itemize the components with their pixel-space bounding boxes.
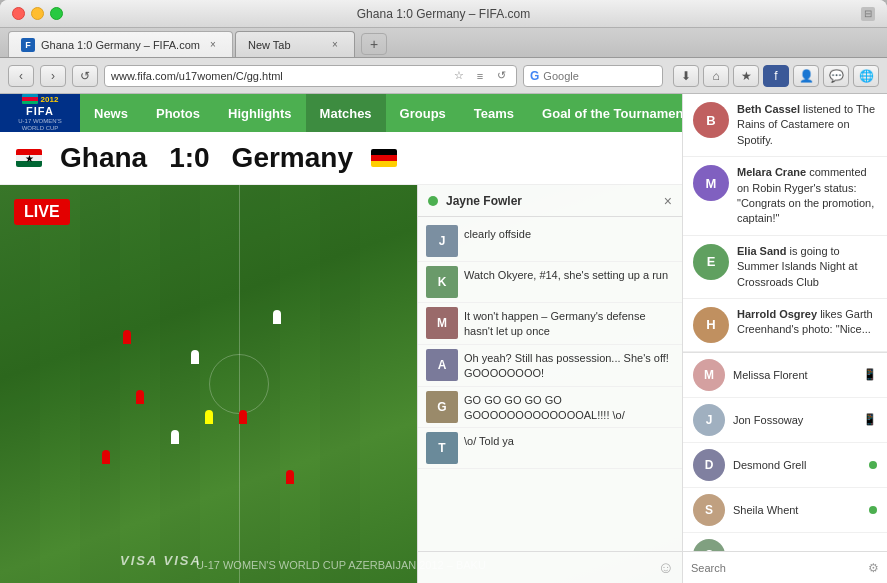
player-2 [136, 390, 144, 404]
chat-msg-text-5: GO GO GO GO GO GOOOOOOOOOOOOOAL!!!! \o/ [464, 391, 674, 424]
nav-news[interactable]: News [80, 94, 142, 132]
tab-bar: F Ghana 1:0 Germany – FIFA.com × New Tab… [0, 28, 887, 58]
nav-teams[interactable]: Teams [460, 94, 528, 132]
social-icon-chat[interactable]: 💬 [823, 65, 849, 87]
nav-goal-tournament[interactable]: Goal of the Tournament [528, 94, 682, 132]
download-icon[interactable]: ⬇ [673, 65, 699, 87]
chat-header: Jayne Fowler × [418, 185, 682, 217]
video-area: LIVE U-17 WOMEN'S WORLD CUP AZERBAIJAN 2… [0, 185, 682, 583]
bookmark-icon[interactable]: ☆ [450, 67, 468, 85]
url-text: www.fifa.com/u17women/C/gg.html [111, 70, 283, 82]
player-6 [239, 410, 247, 424]
player-7 [273, 310, 281, 324]
toolbar-icons: ⬇ ⌂ ★ f 👤 💬 🌐 [673, 65, 879, 87]
chat-message-4: A Oh yeah? Still has possession... She's… [418, 345, 682, 387]
tab-label: Ghana 1:0 Germany – FIFA.com [41, 39, 200, 51]
team1-name: Ghana [60, 142, 147, 174]
main-content: 2012 FIFA U-17 WOMEN'SWORLD CUP News Pho… [0, 94, 682, 583]
online-item-4[interactable]: C Carl Vance [683, 533, 887, 551]
chat-message-5: G GO GO GO GO GO GOOOOOOOOOOOOOAL!!!! \o… [418, 387, 682, 429]
online-name-2: Desmond Grell [733, 459, 861, 471]
online-avatar-1: J [693, 404, 725, 436]
mobile-icon-0: 📱 [863, 368, 877, 382]
chat-avatar-3: M [426, 307, 458, 339]
fifa-nav-bar: 2012 FIFA U-17 WOMEN'SWORLD CUP News Pho… [0, 94, 682, 132]
field-stripe-2 [80, 185, 120, 583]
chat-avatar-5: G [426, 391, 458, 423]
video-field: LIVE U-17 WOMEN'S WORLD CUP AZERBAIJAN 2… [0, 185, 682, 583]
field-stripe-3 [160, 185, 200, 583]
maximize-button[interactable] [50, 7, 63, 20]
refresh-icon[interactable]: ↺ [492, 67, 510, 85]
nav-photos[interactable]: Photos [142, 94, 214, 132]
social-gear-icon[interactable]: ⚙ [868, 561, 879, 575]
player-3 [123, 330, 131, 344]
close-button[interactable] [12, 7, 25, 20]
reload-button[interactable]: ↺ [72, 65, 98, 87]
nav-groups[interactable]: Groups [386, 94, 460, 132]
tab-fifa[interactable]: F Ghana 1:0 Germany – FIFA.com × [8, 31, 233, 57]
field-stripe-1 [0, 185, 40, 583]
social-avatar-3: H [693, 307, 729, 343]
home-icon[interactable]: ⌂ [703, 65, 729, 87]
bookmarks-icon[interactable]: ★ [733, 65, 759, 87]
social-avatar-2: E [693, 244, 729, 280]
social-icon-globe[interactable]: 🌐 [853, 65, 879, 87]
match-header: Ghana1:0Germany [0, 132, 682, 185]
search-input[interactable] [543, 70, 681, 82]
online-item-0[interactable]: M Melissa Florent 📱 [683, 353, 887, 398]
chat-username: Jayne Fowler [446, 194, 656, 208]
azerbaijan-flag [22, 94, 38, 104]
fifa-logo[interactable]: 2012 FIFA U-17 WOMEN'SWORLD CUP [0, 94, 80, 132]
new-tab-button[interactable]: + [361, 33, 387, 55]
live-badge: LIVE [14, 199, 70, 225]
online-avatar-3: S [693, 494, 725, 526]
chat-msg-text-2: Watch Okyere, #14, she's setting up a ru… [464, 266, 668, 283]
url-input[interactable]: www.fifa.com/u17women/C/gg.html ☆ ≡ ↺ [104, 65, 517, 87]
online-indicator-3 [869, 506, 877, 514]
emoji-button[interactable]: ☺ [658, 559, 674, 577]
chat-close-button[interactable]: × [664, 193, 672, 209]
chat-input[interactable] [426, 562, 658, 574]
nav-matches[interactable]: Matches [306, 94, 386, 132]
player-1 [102, 450, 110, 464]
chat-message-6: T \o/ Told ya [418, 428, 682, 469]
social-text-3: Harrold Osgrey likes Garth Creenhand's p… [737, 307, 877, 338]
url-bar: ‹ › ↺ www.fifa.com/u17women/C/gg.html ☆ … [0, 58, 887, 94]
chat-msg-text-4: Oh yeah? Still has possession... She's o… [464, 349, 674, 382]
social-search-bar: ⚙ [683, 551, 887, 583]
tab-favicon: F [21, 38, 35, 52]
back-button[interactable]: ‹ [8, 65, 34, 87]
fifa-text: FIFA [26, 105, 54, 117]
nav-highlights[interactable]: Highlights [214, 94, 306, 132]
social-item-2: E Elia Sand is going to Summer Islands N… [683, 236, 887, 299]
social-text-1: Melara Crane commented on Robin Ryger's … [737, 165, 877, 227]
online-item-3[interactable]: S Sheila Whent [683, 488, 887, 533]
social-search-input[interactable] [691, 562, 862, 574]
social-avatar-0: B [693, 102, 729, 138]
online-avatar-0: M [693, 359, 725, 391]
online-indicator-2 [869, 461, 877, 469]
online-item-1[interactable]: J Jon Fossoway 📱 [683, 398, 887, 443]
minimize-button[interactable] [31, 7, 44, 20]
online-item-2[interactable]: D Desmond Grell [683, 443, 887, 488]
tab-newtab[interactable]: New Tab × [235, 31, 355, 57]
chat-avatar-2: K [426, 266, 458, 298]
window-title: Ghana 1:0 Germany – FIFA.com [357, 7, 530, 21]
reader-icon[interactable]: ≡ [471, 67, 489, 85]
social-icon-fb[interactable]: f [763, 65, 789, 87]
mobile-icon-1: 📱 [863, 413, 877, 427]
tab-close-button[interactable]: × [206, 38, 220, 52]
forward-button[interactable]: › [40, 65, 66, 87]
chat-message-1: J clearly offside [418, 221, 682, 262]
chat-user-status [428, 196, 438, 206]
resize-button[interactable]: ⊟ [861, 7, 875, 21]
social-icon-people[interactable]: 👤 [793, 65, 819, 87]
url-icons: ☆ ≡ ↺ [450, 67, 510, 85]
tab-newtab-label: New Tab [248, 39, 291, 51]
social-item-0: B Beth Cassel listened to The Rains of C… [683, 94, 887, 157]
field-stripe-5 [320, 185, 360, 583]
fifa-nav-items: News Photos Highlights Matches Groups Te… [80, 94, 682, 132]
social-feed: B Beth Cassel listened to The Rains of C… [683, 94, 887, 551]
tab-newtab-close[interactable]: × [328, 38, 342, 52]
